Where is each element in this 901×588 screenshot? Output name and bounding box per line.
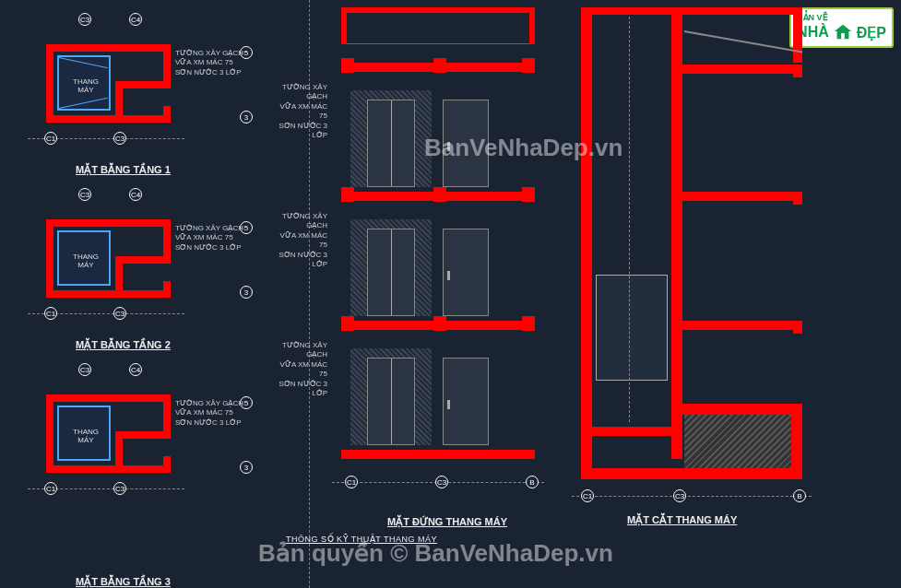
wall-top [46, 44, 171, 52]
plan2-notes: TƯỜNG XÂY GẠCHVỮA XM MÁC 75SƠN NƯỚC 3 LỚ… [175, 224, 249, 253]
elevator-door-3 [367, 100, 415, 187]
section-wall-left [581, 7, 592, 477]
grid-bubble-c1: C1 [44, 132, 57, 145]
elevator-door-2 [367, 229, 415, 316]
svg-rect-0 [841, 33, 845, 39]
grid-bubble-c4: C4 [129, 188, 142, 201]
floor-plan-3: C3 C4 THANG MÁY 5 3 C1 C3 TƯỜNG XÂY GẠCH… [28, 369, 249, 553]
elevator-shaft: THANG MÁY [57, 55, 111, 111]
sec-axis-b: B [793, 489, 806, 502]
slab-ground [341, 450, 535, 459]
grid-bubble-c3b: C3 [113, 132, 126, 145]
elevation-title: MẶT ĐỨNG THANG MÁY [387, 516, 507, 528]
elevation-drawing: C1 C3 B [332, 7, 544, 523]
section-drawing: C1 C3 B [572, 7, 812, 523]
grid-bubble-c3: C3 [78, 188, 91, 201]
axis-c1: C1 [345, 476, 358, 488]
soil-hatch [684, 415, 791, 468]
section-title: MẶT CẮT THANG MÁY [627, 514, 737, 526]
elev-notes-1: TƯỜNG XÂY GẠCHVỮA XM MÁC 75SƠN NƯỚC 3 LỚ… [277, 341, 327, 398]
plan3-title: MẶT BẰNG TẦNG 3 [76, 576, 171, 588]
elev-notes-2: TƯỜNG XÂY GẠCHVỮA XM MÁC 75SƠN NƯỚC 3 LỚ… [277, 212, 327, 269]
wall-bottom [46, 115, 171, 123]
sec-slab-4 [682, 65, 802, 74]
wall-div [115, 81, 123, 123]
grid-bubble-c4: C4 [129, 13, 142, 26]
door-2 [443, 229, 489, 316]
elev-notes-3: TƯỜNG XÂY GẠCHVỮA XM MÁC 75SƠN NƯỚC 3 LỚ… [277, 83, 327, 140]
axis-b: B [526, 476, 539, 488]
shaft-label: THANG MÁY [65, 77, 107, 94]
sec-axis-c3: C3 [673, 489, 686, 502]
logo-line3: ĐẸP [857, 24, 886, 41]
grid-bubble-3: 3 [240, 111, 253, 123]
sec-pit-base [581, 468, 802, 479]
elevator-shaft: THANG MÁY [57, 230, 111, 286]
wall-left [46, 44, 53, 123]
spec-heading: THÔNG SỐ KỸ THUẬT THANG MÁY [286, 535, 437, 544]
plan1-notes: TƯỜNG XÂY GẠCHVỮA XM MÁC 75SƠN NƯỚC 3 LỚ… [175, 49, 249, 77]
sec-slab-3 [682, 192, 802, 201]
axis-c3: C3 [435, 476, 448, 488]
sec-slab-2 [682, 321, 802, 330]
door-1 [443, 358, 489, 445]
wall-right-upper [163, 44, 171, 86]
floor-plan-1: C3 C4 THANG MÁY 5 3 C1 C3 TƯỜNG XÂY GẠCH… [28, 18, 249, 157]
section-wall-mid [671, 7, 682, 459]
wall-right-lower [163, 106, 171, 123]
plan2-title: MẶT BẰNG TẦNG 2 [76, 339, 171, 351]
door-3 [443, 100, 489, 187]
grid-bubble-c3: C3 [78, 13, 91, 26]
cad-drawing-canvas[interactable]: BẢN VẼ NHÀ ĐẸP C3 C4 THANG MÁY 5 3 [0, 0, 901, 588]
house-icon [831, 22, 855, 42]
floor-plan-2: C3 C4 THANG MÁY 5 3 C1 C3 TƯỜNG XÂY GẠCH… [28, 194, 249, 332]
elevator-cabin [596, 275, 668, 381]
sec-axis-c1: C1 [581, 489, 594, 502]
plan1-title: MẶT BẰNG TẦNG 1 [76, 164, 171, 176]
elevator-door-1 [367, 358, 415, 445]
wall-mid [115, 81, 171, 88]
